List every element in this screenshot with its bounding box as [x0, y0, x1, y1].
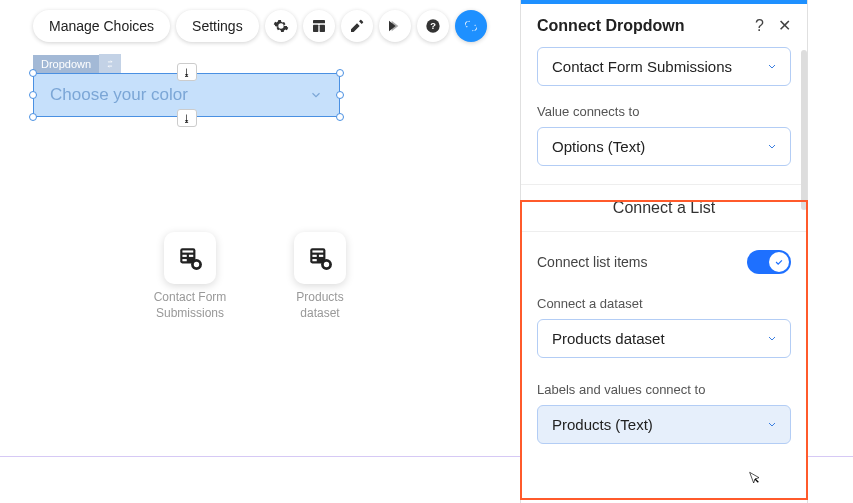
svg-rect-14 [319, 255, 323, 257]
svg-rect-12 [312, 250, 323, 252]
dataset-label: Productsdataset [296, 290, 343, 321]
resize-handle[interactable] [29, 69, 37, 77]
svg-rect-6 [182, 250, 193, 252]
svg-text:?: ? [430, 21, 436, 31]
help-icon[interactable]: ? [755, 17, 764, 35]
svg-rect-7 [182, 255, 186, 257]
element-tag-label: Dropdown [33, 55, 99, 73]
value-connects-select[interactable]: Options (Text) [537, 127, 791, 166]
design-icon[interactable] [341, 10, 373, 42]
dataset-primary-select[interactable]: Contact Form Submissions [537, 47, 791, 86]
panel-scrollbar[interactable] [801, 50, 807, 210]
resize-handle[interactable] [336, 69, 344, 77]
connect-dataset-label: Connect a dataset [537, 296, 791, 311]
resize-handle[interactable] [336, 113, 344, 121]
canvas-datasets: Contact FormSubmissions Productsdataset [140, 232, 370, 321]
svg-rect-8 [189, 255, 193, 257]
layout-icon[interactable] [303, 10, 335, 42]
svg-rect-0 [313, 20, 325, 23]
close-icon[interactable]: ✕ [778, 16, 791, 35]
cursor-icon [747, 469, 763, 489]
drag-handle[interactable]: ⭳ [177, 63, 197, 81]
dropdown-placeholder: Choose your color [50, 85, 188, 105]
svg-rect-2 [319, 25, 324, 32]
dataset-contact-form[interactable]: Contact FormSubmissions [140, 232, 240, 321]
connect-list-items-toggle[interactable] [747, 250, 791, 274]
drag-handle[interactable]: ⭳ [177, 109, 197, 127]
resize-handle[interactable] [29, 113, 37, 121]
svg-rect-15 [312, 259, 316, 261]
value-connects-label: Value connects to [537, 104, 791, 119]
connect-list-items-label: Connect list items [537, 254, 647, 270]
manage-choices-button[interactable]: Manage Choices [33, 10, 170, 42]
element-tag-swap-icon[interactable] [99, 54, 121, 73]
labels-values-select[interactable]: Products (Text) [537, 405, 791, 444]
dataset-label: Contact FormSubmissions [154, 290, 227, 321]
select-value: Products (Text) [552, 416, 653, 433]
svg-rect-9 [182, 259, 186, 261]
help-icon[interactable]: ? [417, 10, 449, 42]
resize-handle[interactable] [336, 91, 344, 99]
connect-panel: Connect Dropdown ? ✕ Contact Form Submis… [520, 0, 808, 503]
select-value: Options (Text) [552, 138, 645, 155]
toolbar: Manage Choices Settings ? [33, 10, 487, 42]
svg-rect-13 [312, 255, 316, 257]
chevron-down-icon [766, 58, 778, 75]
gear-icon[interactable] [265, 10, 297, 42]
animation-icon[interactable] [379, 10, 411, 42]
chevron-down-icon [766, 416, 778, 433]
data-connect-icon[interactable] [455, 10, 487, 42]
element-tag: Dropdown [33, 54, 121, 73]
chevron-down-icon [766, 138, 778, 155]
connect-dataset-select[interactable]: Products dataset [537, 319, 791, 358]
chevron-down-icon [309, 88, 323, 102]
connect-list-header: Connect a List [521, 184, 807, 232]
panel-title: Connect Dropdown [537, 17, 685, 35]
dataset-products[interactable]: Productsdataset [270, 232, 370, 321]
labels-values-label: Labels and values connect to [537, 382, 791, 397]
select-value: Contact Form Submissions [552, 58, 732, 75]
dropdown-element[interactable]: Choose your color ⭳ ⭳ [33, 73, 340, 117]
panel-header: Connect Dropdown ? ✕ [521, 4, 807, 47]
svg-rect-1 [313, 25, 318, 32]
resize-handle[interactable] [29, 91, 37, 99]
chevron-down-icon [766, 330, 778, 347]
select-value: Products dataset [552, 330, 665, 347]
settings-button[interactable]: Settings [176, 10, 259, 42]
